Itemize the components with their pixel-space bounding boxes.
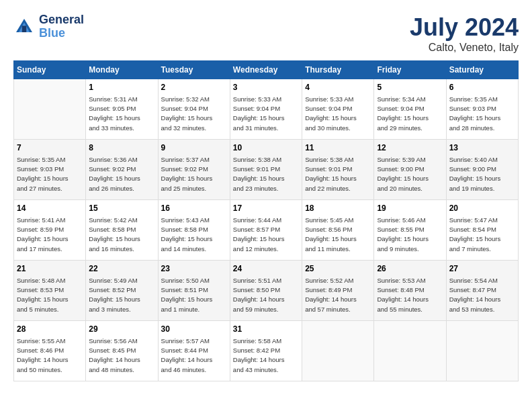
calendar-cell: 29Sunrise: 5:56 AMSunset: 8:45 PMDayligh… [86, 321, 158, 381]
logo: General Blue [13, 13, 84, 40]
calendar-cell: 21Sunrise: 5:48 AMSunset: 8:53 PMDayligh… [14, 261, 86, 321]
day-number: 29 [89, 324, 154, 335]
calendar-table: SundayMondayTuesdayWednesdayThursdayFrid… [13, 60, 519, 381]
day-number: 24 [233, 263, 299, 275]
day-info: Sunrise: 5:40 AMSunset: 9:00 PMDaylight:… [449, 155, 515, 193]
day-info: Sunrise: 5:33 AMSunset: 9:04 PMDaylight:… [305, 95, 371, 133]
day-number: 26 [377, 263, 443, 275]
day-number: 2 [161, 82, 227, 93]
calendar-cell: 26Sunrise: 5:53 AMSunset: 8:48 PMDayligh… [374, 261, 446, 321]
day-number: 6 [449, 82, 515, 93]
calendar-cell: 14Sunrise: 5:41 AMSunset: 8:59 PMDayligh… [14, 200, 86, 261]
day-number: 1 [89, 82, 154, 93]
calendar-cell [446, 321, 518, 381]
day-number: 31 [233, 324, 299, 335]
calendar-header: SundayMondayTuesdayWednesdayThursdayFrid… [14, 61, 519, 79]
day-info: Sunrise: 5:41 AMSunset: 8:59 PMDaylight:… [17, 216, 83, 254]
day-number: 27 [449, 263, 515, 275]
calendar-week-5: 28Sunrise: 5:55 AMSunset: 8:46 PMDayligh… [14, 321, 519, 381]
day-info: Sunrise: 5:37 AMSunset: 9:02 PMDaylight:… [161, 155, 227, 193]
day-number: 13 [449, 142, 515, 154]
calendar-cell: 24Sunrise: 5:51 AMSunset: 8:50 PMDayligh… [230, 261, 302, 321]
day-number: 18 [305, 203, 371, 214]
calendar-cell: 30Sunrise: 5:57 AMSunset: 8:44 PMDayligh… [158, 321, 230, 381]
calendar-cell: 4Sunrise: 5:33 AMSunset: 9:04 PMDaylight… [302, 79, 374, 140]
title-section: July 2024 Calto, Veneto, Italy [410, 13, 519, 54]
month-title: July 2024 [410, 13, 519, 42]
calendar-cell [14, 79, 86, 140]
day-info: Sunrise: 5:51 AMSunset: 8:50 PMDaylight:… [233, 276, 299, 314]
day-info: Sunrise: 5:39 AMSunset: 9:00 PMDaylight:… [377, 155, 443, 193]
day-info: Sunrise: 5:47 AMSunset: 8:54 PMDaylight:… [449, 216, 515, 254]
logo-icon [13, 16, 35, 38]
day-number: 17 [233, 203, 299, 214]
calendar-cell: 8Sunrise: 5:36 AMSunset: 9:02 PMDaylight… [86, 140, 158, 200]
calendar-week-3: 14Sunrise: 5:41 AMSunset: 8:59 PMDayligh… [14, 200, 519, 261]
day-info: Sunrise: 5:48 AMSunset: 8:53 PMDaylight:… [17, 276, 83, 314]
day-number: 16 [161, 203, 227, 214]
calendar-cell: 1Sunrise: 5:31 AMSunset: 9:05 PMDaylight… [86, 79, 158, 140]
day-info: Sunrise: 5:42 AMSunset: 8:58 PMDaylight:… [89, 216, 154, 254]
header-day-wednesday: Wednesday [230, 61, 302, 79]
day-number: 15 [89, 203, 154, 214]
day-info: Sunrise: 5:57 AMSunset: 8:44 PMDaylight:… [161, 336, 227, 375]
day-number: 28 [17, 324, 83, 335]
day-info: Sunrise: 5:52 AMSunset: 8:49 PMDaylight:… [305, 276, 371, 314]
header-day-tuesday: Tuesday [158, 61, 230, 79]
day-info: Sunrise: 5:32 AMSunset: 9:04 PMDaylight:… [161, 95, 227, 133]
day-info: Sunrise: 5:44 AMSunset: 8:57 PMDaylight:… [233, 216, 299, 254]
header-day-sunday: Sunday [14, 61, 86, 79]
day-number: 3 [233, 82, 299, 93]
calendar-cell: 20Sunrise: 5:47 AMSunset: 8:54 PMDayligh… [446, 200, 518, 261]
calendar-cell: 22Sunrise: 5:49 AMSunset: 8:52 PMDayligh… [86, 261, 158, 321]
calendar-cell: 25Sunrise: 5:52 AMSunset: 8:49 PMDayligh… [302, 261, 374, 321]
day-number: 23 [161, 263, 227, 275]
calendar-cell: 13Sunrise: 5:40 AMSunset: 9:00 PMDayligh… [446, 140, 518, 200]
location-title: Calto, Veneto, Italy [410, 42, 519, 54]
calendar-body: 1Sunrise: 5:31 AMSunset: 9:05 PMDaylight… [14, 79, 519, 381]
day-info: Sunrise: 5:34 AMSunset: 9:04 PMDaylight:… [377, 95, 443, 133]
day-number: 12 [377, 142, 443, 154]
calendar-cell [374, 321, 446, 381]
calendar-cell: 27Sunrise: 5:54 AMSunset: 8:47 PMDayligh… [446, 261, 518, 321]
day-number: 21 [17, 263, 83, 275]
header-day-friday: Friday [374, 61, 446, 79]
day-number: 11 [305, 142, 371, 154]
calendar-cell: 6Sunrise: 5:35 AMSunset: 9:03 PMDaylight… [446, 79, 518, 140]
day-info: Sunrise: 5:54 AMSunset: 8:47 PMDaylight:… [449, 276, 515, 314]
day-info: Sunrise: 5:38 AMSunset: 9:01 PMDaylight:… [305, 155, 371, 193]
calendar-week-2: 7Sunrise: 5:35 AMSunset: 9:03 PMDaylight… [14, 140, 519, 200]
day-number: 14 [17, 203, 83, 214]
header-day-thursday: Thursday [302, 61, 374, 79]
day-info: Sunrise: 5:43 AMSunset: 8:58 PMDaylight:… [161, 216, 227, 254]
calendar-cell: 31Sunrise: 5:58 AMSunset: 8:42 PMDayligh… [230, 321, 302, 381]
calendar-cell: 5Sunrise: 5:34 AMSunset: 9:04 PMDaylight… [374, 79, 446, 140]
day-info: Sunrise: 5:50 AMSunset: 8:51 PMDaylight:… [161, 276, 227, 314]
calendar-cell [302, 321, 374, 381]
day-number: 4 [305, 82, 371, 93]
calendar-cell: 23Sunrise: 5:50 AMSunset: 8:51 PMDayligh… [158, 261, 230, 321]
day-number: 7 [17, 142, 83, 154]
day-number: 20 [449, 203, 515, 214]
calendar-week-1: 1Sunrise: 5:31 AMSunset: 9:05 PMDaylight… [14, 79, 519, 140]
day-info: Sunrise: 5:35 AMSunset: 9:03 PMDaylight:… [17, 155, 83, 193]
day-info: Sunrise: 5:31 AMSunset: 9:05 PMDaylight:… [89, 95, 154, 133]
calendar-cell: 18Sunrise: 5:45 AMSunset: 8:56 PMDayligh… [302, 200, 374, 261]
day-info: Sunrise: 5:38 AMSunset: 9:01 PMDaylight:… [233, 155, 299, 193]
day-info: Sunrise: 5:46 AMSunset: 8:55 PMDaylight:… [377, 216, 443, 254]
day-info: Sunrise: 5:58 AMSunset: 8:42 PMDaylight:… [233, 336, 299, 375]
day-number: 30 [161, 324, 227, 335]
calendar-cell: 19Sunrise: 5:46 AMSunset: 8:55 PMDayligh… [374, 200, 446, 261]
day-info: Sunrise: 5:45 AMSunset: 8:56 PMDaylight:… [305, 216, 371, 254]
day-number: 9 [161, 142, 227, 154]
day-number: 22 [89, 263, 154, 275]
day-number: 25 [305, 263, 371, 275]
header-day-monday: Monday [86, 61, 158, 79]
calendar-cell: 12Sunrise: 5:39 AMSunset: 9:00 PMDayligh… [374, 140, 446, 200]
svg-rect-2 [22, 26, 26, 32]
day-info: Sunrise: 5:53 AMSunset: 8:48 PMDaylight:… [377, 276, 443, 314]
calendar-cell: 17Sunrise: 5:44 AMSunset: 8:57 PMDayligh… [230, 200, 302, 261]
day-info: Sunrise: 5:35 AMSunset: 9:03 PMDaylight:… [449, 95, 515, 133]
calendar-cell: 11Sunrise: 5:38 AMSunset: 9:01 PMDayligh… [302, 140, 374, 200]
day-number: 8 [89, 142, 154, 154]
